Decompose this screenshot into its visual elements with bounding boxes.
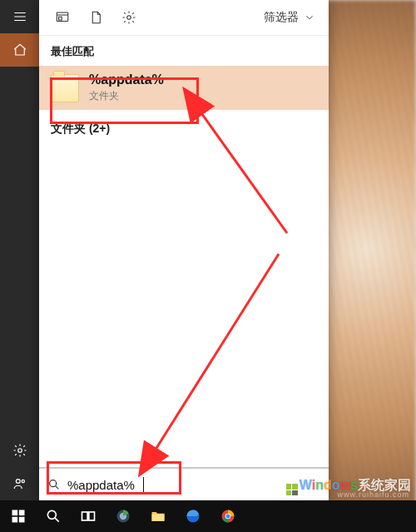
documents-scope-icon[interactable] (79, 1, 112, 34)
task-view-icon[interactable] (77, 505, 100, 528)
text-caret (143, 477, 144, 492)
folder-icon (51, 74, 79, 102)
chrome-icon[interactable] (216, 505, 240, 528)
best-match-subtitle: 文件夹 (89, 89, 164, 103)
folders-count: (2+) (89, 122, 110, 135)
best-match-title: %appdata% (89, 72, 164, 87)
panel-toolbar: 筛选器 (39, 0, 329, 36)
search-results-panel: 筛选器 最佳匹配 %appdata% 文件夹 文件夹 (2+) %appdata… (39, 0, 329, 500)
svg-rect-10 (19, 510, 25, 516)
svg-rect-18 (152, 515, 165, 521)
folders-label-text: 文件夹 (51, 122, 86, 135)
file-explorer-icon[interactable] (146, 505, 170, 528)
settings-scope-icon[interactable] (112, 1, 146, 34)
svg-rect-14 (82, 512, 88, 520)
search-nav-rail (0, 0, 39, 500)
best-match-header: 最佳匹配 (39, 36, 329, 62)
panel-empty-area (39, 137, 329, 467)
search-box[interactable]: %appdata% (39, 467, 329, 500)
search-icon (47, 478, 61, 491)
taskbar-search-icon[interactable] (42, 505, 65, 528)
taskbar (0, 500, 416, 532)
svg-point-13 (47, 510, 56, 519)
chevron-down-icon (304, 12, 315, 23)
menu-icon[interactable] (0, 0, 39, 33)
settings-icon[interactable] (0, 434, 39, 467)
filter-dropdown[interactable]: 筛选器 (257, 7, 322, 28)
search-query-text: %appdata% (67, 478, 136, 492)
home-icon[interactable] (0, 33, 39, 67)
filter-label: 筛选器 (264, 10, 299, 25)
svg-point-0 (17, 449, 22, 453)
svg-point-2 (22, 480, 24, 482)
svg-point-1 (16, 480, 20, 484)
edge-icon[interactable] (181, 505, 205, 528)
best-match-result[interactable]: %appdata% 文件夹 (39, 66, 329, 110)
svg-rect-9 (12, 510, 18, 516)
folders-section[interactable]: 文件夹 (2+) (39, 110, 329, 137)
svg-point-5 (127, 16, 131, 20)
svg-rect-11 (12, 517, 18, 523)
svg-rect-12 (19, 517, 25, 523)
feedback-icon[interactable] (0, 467, 39, 500)
apps-scope-icon[interactable] (46, 1, 79, 34)
svg-point-6 (50, 480, 57, 487)
start-button[interactable] (7, 505, 30, 528)
svg-rect-4 (59, 17, 62, 20)
browser-360-icon[interactable] (111, 505, 135, 528)
svg-rect-15 (89, 512, 95, 520)
svg-point-22 (226, 515, 230, 519)
